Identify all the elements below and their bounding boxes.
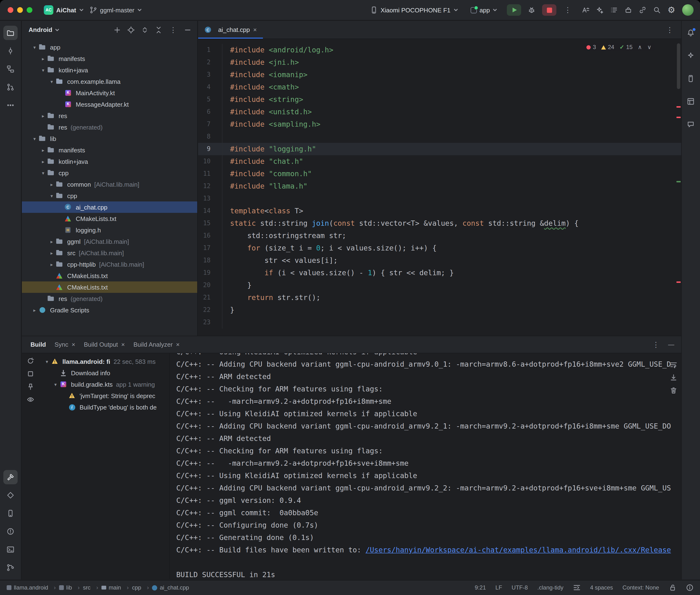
status-item[interactable]: Context: None: [623, 584, 659, 591]
resource-manager-tool-button[interactable]: [3, 488, 18, 502]
zoom-window-icon[interactable]: [27, 7, 32, 13]
layout-inspector-tool-button[interactable]: [683, 94, 698, 109]
tree-twisty-icon[interactable]: [30, 307, 38, 313]
link-icon[interactable]: [639, 6, 647, 14]
minimize-window-icon[interactable]: [17, 7, 23, 13]
tree-twisty-icon[interactable]: [48, 193, 56, 198]
tree-twisty-icon[interactable]: [48, 239, 56, 244]
scrollbar-error-mark[interactable]: [676, 106, 680, 108]
tree-row[interactable]: kotlin+java: [22, 156, 197, 167]
app-insights-tool-button[interactable]: [683, 117, 698, 132]
pin-icon[interactable]: [27, 383, 34, 391]
more-actions-icon[interactable]: [563, 6, 572, 14]
expand-all-icon[interactable]: [141, 26, 149, 34]
tree-row[interactable]: manifests: [22, 144, 197, 156]
tree-row[interactable]: app: [22, 41, 197, 53]
debug-bug-icon[interactable]: [528, 6, 536, 14]
tree-twisty-icon[interactable]: [48, 262, 56, 267]
build-tool-button[interactable]: [3, 470, 18, 484]
build-window-options-icon[interactable]: [651, 340, 661, 349]
tree-twisty-icon[interactable]: [30, 45, 38, 50]
soft-wrap-icon[interactable]: [670, 361, 677, 369]
tree-row[interactable]: kotlin+java: [22, 64, 197, 76]
code-line[interactable]: 23: [198, 316, 681, 329]
close-tab-icon[interactable]: [72, 341, 75, 348]
indent-guide-icon[interactable]: [573, 584, 581, 591]
more-tool-windows-button[interactable]: [3, 98, 18, 112]
stop-build-icon[interactable]: [27, 370, 34, 378]
tree-row[interactable]: cpp: [22, 167, 197, 178]
collapse-all-icon[interactable]: [155, 26, 163, 34]
tree-row[interactable]: CMakeLists.txt: [22, 213, 197, 224]
tree-twisty-icon[interactable]: [39, 113, 47, 118]
add-icon[interactable]: [113, 26, 121, 34]
inspections-widget[interactable]: 3 24 15: [584, 43, 654, 51]
code-line[interactable]: 16 std::ostringstream str;: [198, 229, 681, 242]
tree-row[interactable]: cpp-httplib [AiChat.lib.main]: [22, 259, 197, 270]
tree-row[interactable]: ai_chat.cpp: [22, 201, 197, 213]
notifications-button[interactable]: [683, 26, 698, 40]
run-button[interactable]: [507, 4, 521, 16]
code-line[interactable]: 13: [198, 192, 681, 205]
plugin-icon[interactable]: [625, 6, 632, 14]
locate-file-icon[interactable]: [127, 26, 135, 34]
ai-assistant-icon[interactable]: [596, 6, 604, 14]
breadcrumb-item[interactable]: ai_chat.cpp: [152, 584, 189, 591]
tree-twisty-icon[interactable]: [43, 359, 51, 364]
editor-scrollbar[interactable]: [677, 43, 680, 89]
tree-row[interactable]: lib: [22, 133, 197, 144]
breadcrumb-item[interactable]: llama.android: [7, 584, 59, 591]
breadcrumb-item[interactable]: src: [83, 584, 102, 591]
previous-problem-icon[interactable]: [638, 44, 642, 51]
tree-twisty-icon[interactable]: [30, 136, 38, 141]
scroll-to-end-icon[interactable]: [670, 374, 677, 381]
device-explorer-tool-button[interactable]: [3, 506, 18, 520]
tree-row[interactable]: manifests: [22, 53, 197, 64]
translate-icon[interactable]: [582, 6, 589, 14]
build-tree-row[interactable]: BuildType 'debug' is both de: [39, 401, 169, 413]
ai-spark-tool-button[interactable]: [683, 49, 698, 63]
vcs-branch-widget[interactable]: ggml-master: [87, 4, 145, 16]
status-item[interactable]: 9:21: [475, 584, 486, 591]
tree-row[interactable]: res: [22, 110, 197, 121]
code-line[interactable]: 21 return str.str();: [198, 291, 681, 304]
code-line[interactable]: 10 #include "chat.h": [198, 155, 681, 168]
tree-row[interactable]: MainActivity.kt: [22, 87, 197, 98]
task-list-icon[interactable]: [611, 6, 618, 14]
terminal-tool-button[interactable]: [3, 542, 18, 557]
status-item[interactable]: 4 spaces: [590, 584, 613, 591]
tree-twisty-icon[interactable]: [39, 67, 47, 73]
user-avatar[interactable]: [682, 4, 693, 16]
inspections-info-icon[interactable]: [686, 584, 693, 591]
code-line[interactable]: 8: [198, 131, 681, 143]
editor-tab[interactable]: ai_chat.cpp: [198, 21, 263, 38]
code-line[interactable]: 20 }: [198, 279, 681, 291]
breadcrumb-item[interactable]: cpp: [132, 584, 152, 591]
code-line[interactable]: 22 }: [198, 304, 681, 316]
tree-twisty-icon[interactable]: [39, 159, 47, 164]
tree-twisty-icon[interactable]: [39, 147, 47, 152]
tree-twisty-icon[interactable]: [52, 382, 60, 387]
breadcrumb-item[interactable]: lib: [59, 584, 83, 591]
tree-twisty-icon[interactable]: [48, 79, 56, 84]
scrollbar-error-mark[interactable]: [676, 281, 680, 283]
tree-row[interactable]: com.example.llama: [22, 76, 197, 87]
settings-gear-icon[interactable]: [668, 6, 675, 14]
tree-row[interactable]: CMakeLists.txt: [22, 281, 197, 293]
minimize-window-icon[interactable]: [668, 341, 674, 348]
build-tree-row[interactable]: 'jvmTarget: String' is deprec: [39, 390, 169, 401]
tree-twisty-icon[interactable]: [39, 56, 47, 61]
build-tree-row[interactable]: Download info: [39, 367, 169, 378]
build-tab[interactable]: Build Output: [84, 341, 125, 348]
next-problem-icon[interactable]: [647, 44, 651, 51]
tree-row[interactable]: common [AiChat.lib.main]: [22, 178, 197, 190]
breadcrumb-item[interactable]: main: [102, 584, 132, 591]
code-line[interactable]: 7 #include <sampling.h>: [198, 118, 681, 131]
stop-button[interactable]: [542, 4, 557, 16]
warnings-count[interactable]: 24: [601, 44, 614, 51]
build-window-title[interactable]: Build: [30, 341, 46, 348]
tree-row[interactable]: cpp: [22, 190, 197, 201]
clear-all-icon[interactable]: [670, 387, 677, 394]
tree-row[interactable]: Gradle Scripts: [22, 304, 197, 316]
project-options-icon[interactable]: [169, 26, 178, 34]
